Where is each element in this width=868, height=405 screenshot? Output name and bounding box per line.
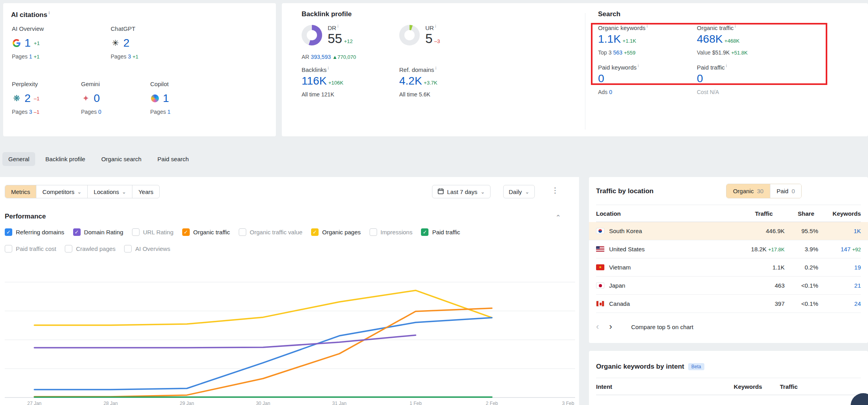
ai-overview-count[interactable]: 1 <box>25 37 31 49</box>
dr-value: 55 <box>328 31 342 46</box>
col-traffic[interactable]: Traffic <box>725 210 773 217</box>
location-row[interactable]: United States 18.2K +17.8K 3.9% 147 +92 <box>596 240 861 258</box>
location-name: South Korea <box>609 228 725 234</box>
filter-segmented-control: Metrics Competitors⌄ Locations⌄ Years <box>5 185 160 198</box>
location-row[interactable]: Canada 397 <0.1% 24 <box>596 295 861 313</box>
col-share[interactable]: Share <box>773 210 814 217</box>
metric-checkbox[interactable]: URL Rating <box>132 228 174 236</box>
metric-checkbox[interactable]: ✓Referring domains <box>5 228 64 236</box>
x-tick-label: 30 Jan <box>256 401 270 405</box>
ai-citations-card: AI citationsi AI Overview 1 +1 Pages 1 +… <box>3 3 276 136</box>
refdomains-value[interactable]: 4.2K <box>399 75 422 87</box>
years-filter-button[interactable]: Years <box>132 185 159 198</box>
perplexity-icon: ❋ <box>12 94 21 103</box>
copilot-count[interactable]: 1 <box>163 92 169 105</box>
info-icon[interactable]: i <box>435 66 436 70</box>
location-name: Vietnam <box>609 264 725 271</box>
metric-checkbox[interactable]: ✓Paid traffic <box>421 228 460 236</box>
keywords-link[interactable]: 19 <box>854 264 861 271</box>
prev-page-icon[interactable]: ‹ <box>596 322 599 332</box>
info-icon[interactable]: i <box>49 10 50 15</box>
col-intent[interactable]: Intent <box>596 383 723 390</box>
location-row[interactable]: ★Vietnam 1.1K 0.2% 19 <box>596 258 861 277</box>
ur-donut <box>399 25 420 45</box>
perplexity-delta: –1 <box>34 96 40 102</box>
pages-count[interactable]: 3 <box>29 109 32 115</box>
section-divider <box>585 13 585 130</box>
chevron-down-icon: ⌄ <box>122 189 126 195</box>
pages-count[interactable]: 1 <box>29 53 32 60</box>
ar-value[interactable]: 393,593 <box>311 54 331 60</box>
keywords-link[interactable]: 1K <box>854 228 861 234</box>
tab-backlink-profile[interactable]: Backlink profile <box>40 152 91 166</box>
checkbox-unchecked-icon <box>132 228 140 236</box>
keywords-link[interactable]: 21 <box>854 282 861 289</box>
keywords-link[interactable]: 147 <box>841 246 851 252</box>
pages-count[interactable]: 3 <box>128 53 131 60</box>
metric-checkbox[interactable]: Crawled pages <box>65 245 115 252</box>
checkbox-unchecked-icon <box>65 245 72 252</box>
dr-donut <box>302 25 322 45</box>
metric-checkbox[interactable]: AI Overviews <box>124 245 170 252</box>
perplexity-count[interactable]: 2 <box>25 92 31 105</box>
col-location[interactable]: Location <box>596 210 725 217</box>
metric-checkbox-row-1: ✓Referring domains✓Domain RatingURL Rati… <box>5 228 460 236</box>
tab-organic-search[interactable]: Organic search <box>95 152 147 166</box>
copilot-icon <box>150 94 160 103</box>
info-icon[interactable]: i <box>338 24 338 28</box>
ads-value[interactable]: 0 <box>609 89 612 95</box>
date-range-button[interactable]: Last 7 days⌄ <box>432 185 491 198</box>
metrics-filter-button[interactable]: Metrics <box>5 185 36 198</box>
x-tick-label: 27 Jan <box>27 401 42 405</box>
location-name: Japan <box>609 282 725 289</box>
col-intent-keywords[interactable]: Keywords <box>723 383 762 390</box>
metric-checkbox[interactable]: ✓Organic pages <box>311 228 361 236</box>
info-icon[interactable]: i <box>435 24 436 28</box>
chatgpt-count[interactable]: 2 <box>123 37 130 49</box>
collapse-chevron-icon[interactable]: ⌃ <box>555 213 561 222</box>
checkbox-checked-icon: ✓ <box>311 228 319 236</box>
metric-checkbox[interactable]: Impressions <box>370 228 413 236</box>
x-tick-label: 3 Feb <box>562 401 574 405</box>
performance-line-chart[interactable] <box>5 264 575 398</box>
google-g-icon <box>12 38 21 48</box>
checkbox-checked-icon: ✓ <box>421 228 428 236</box>
compare-top5-link[interactable]: Compare top 5 on chart <box>631 324 694 330</box>
calendar-icon <box>438 188 444 196</box>
location-row[interactable]: South Korea 446.9K 95.5% 1K <box>589 222 868 240</box>
granularity-button[interactable]: Daily⌄ <box>503 185 535 198</box>
toggle-paid[interactable]: Paid0 <box>770 184 801 198</box>
location-table-footer: ‹ › Compare top 5 on chart <box>596 322 861 332</box>
tab-general[interactable]: General <box>2 152 35 166</box>
metric-checkbox[interactable]: ✓Organic traffic <box>182 228 230 236</box>
refdomains-block: Ref. domainsi 4.2K +3.7K All time 5.6K <box>399 66 437 98</box>
backlinks-value[interactable]: 116K <box>302 75 326 87</box>
keywords-link[interactable]: 24 <box>854 300 861 307</box>
search-title: Search <box>598 10 621 18</box>
locations-filter-button[interactable]: Locations⌄ <box>87 185 132 198</box>
keywords-by-intent-title: Organic keywords by intent <box>596 363 684 371</box>
metric-checkbox[interactable]: ✓Domain Rating <box>73 228 123 236</box>
share-value: 0.2% <box>785 264 818 271</box>
competitors-filter-button[interactable]: Competitors⌄ <box>36 185 87 198</box>
info-icon[interactable]: i <box>328 66 328 70</box>
kebab-menu-icon[interactable]: ⋮ <box>551 186 559 195</box>
location-name: Canada <box>609 300 725 307</box>
traffic-value: 1.1K <box>772 264 785 271</box>
traffic-by-location-title: Traffic by location <box>596 187 653 195</box>
next-page-icon[interactable]: › <box>609 322 612 332</box>
toggle-organic[interactable]: Organic30 <box>726 184 770 198</box>
pages-count[interactable]: 0 <box>98 109 102 115</box>
traffic-by-location-card: Traffic by location Organic30 Paid0 Loca… <box>589 177 868 343</box>
tab-paid-search[interactable]: Paid search <box>151 152 194 166</box>
gemini-count[interactable]: 0 <box>94 92 100 105</box>
location-table-header: Location Traffic Share Keywords <box>596 205 861 222</box>
metric-checkbox[interactable]: Organic traffic value <box>239 228 302 236</box>
ai-block-copilot: Copilot 1 Pages 1 <box>150 81 217 115</box>
col-keywords[interactable]: Keywords <box>814 210 861 217</box>
location-row[interactable]: Japan 463 <0.1% 21 <box>596 277 861 295</box>
chevron-down-icon: ⌄ <box>481 189 485 195</box>
pages-count[interactable]: 1 <box>168 109 171 115</box>
col-intent-traffic[interactable]: Traffic <box>762 383 798 390</box>
metric-checkbox[interactable]: Paid traffic cost <box>5 245 56 252</box>
